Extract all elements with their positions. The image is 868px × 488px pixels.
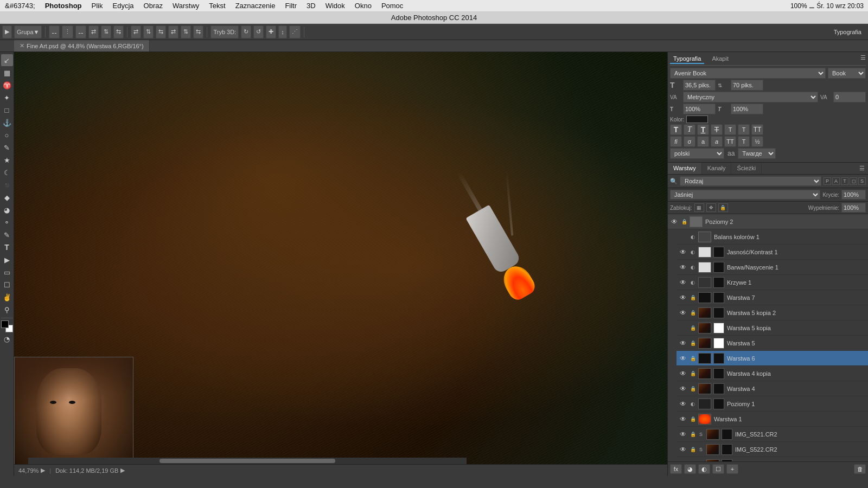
layer-visibility-toggle[interactable]: 👁 bbox=[679, 354, 687, 363]
fmt-T4[interactable]: T bbox=[711, 124, 723, 135]
layer-visibility-toggle[interactable]: 👁 bbox=[679, 263, 687, 272]
fmt-T1[interactable]: T bbox=[670, 124, 682, 135]
3d-scale[interactable]: ⋰ bbox=[289, 25, 301, 38]
menu-obraz[interactable]: Obraz bbox=[139, 0, 168, 11]
layer-item[interactable]: 👁 🔒 Warstwa 1 bbox=[676, 412, 868, 427]
tool-move[interactable]: ↙ bbox=[1, 54, 13, 66]
font-style-select[interactable]: Book bbox=[828, 68, 866, 79]
tool-wand[interactable]: ✦ bbox=[1, 92, 13, 104]
lock-all-btn[interactable]: 🔒 bbox=[718, 203, 728, 212]
menu-plik[interactable]: Plik bbox=[87, 0, 108, 11]
layer-item[interactable]: 👁 ◐ Krzywe 1 bbox=[676, 275, 868, 290]
tool-heal[interactable]: ○ bbox=[1, 129, 13, 141]
layer-mask-button[interactable]: ◕ bbox=[684, 464, 696, 474]
tool-blur[interactable]: ◕ bbox=[1, 204, 13, 216]
layer-item[interactable]: 👁 🔒 Warstwa 4 kopia bbox=[676, 366, 868, 381]
distribute-top[interactable]: ⇄ bbox=[168, 25, 178, 38]
leading-input[interactable] bbox=[731, 80, 763, 91]
layer-item[interactable]: 👁 🔒 Warstwa 5 kopia 2 bbox=[676, 305, 868, 320]
tool-quick-mask[interactable]: ◔ bbox=[1, 333, 13, 345]
layer-item[interactable]: 👁 🔒 S IMG_S521.CR2 bbox=[676, 427, 868, 442]
align-right[interactable]: ⚋ bbox=[75, 25, 86, 38]
layer-item[interactable]: 👁 🔒 Warstwa 4 bbox=[676, 381, 868, 396]
layer-item[interactable]: 👁 ◐ Jasność/Kontrast 1 bbox=[676, 245, 868, 260]
fmt-sigma[interactable]: σ bbox=[684, 136, 695, 147]
language-select[interactable]: polski bbox=[670, 148, 724, 159]
fmt-T7[interactable]: TT bbox=[751, 124, 763, 135]
align-center-v[interactable]: ⋮ bbox=[62, 25, 73, 38]
distribute-center-v[interactable]: ⇅ bbox=[143, 25, 154, 38]
tool-stamp[interactable]: ★ bbox=[1, 154, 13, 166]
scale-v-input[interactable] bbox=[731, 104, 763, 114]
layers-panel-menu[interactable]: ☰ bbox=[856, 163, 868, 174]
layer-visibility-toggle[interactable]: 👁 bbox=[679, 278, 687, 287]
menu-edycja[interactable]: Edycja bbox=[108, 0, 139, 11]
fmt-T6[interactable]: T bbox=[738, 124, 750, 135]
layer-item[interactable]: 👁 🔒 Warstwa 5 bbox=[676, 336, 868, 351]
tab-kanaly[interactable]: Kanały bbox=[702, 163, 732, 174]
3d-orbit[interactable]: ↻ bbox=[241, 25, 251, 38]
tool-shape[interactable]: ▭ bbox=[1, 266, 13, 278]
menu-widok[interactable]: Widok bbox=[321, 0, 350, 11]
layer-visibility-toggle[interactable]: 👁 bbox=[679, 445, 687, 454]
layer-visibility-toggle[interactable]: 👁 bbox=[679, 430, 687, 439]
status-icon[interactable]: ▶ bbox=[41, 467, 45, 474]
antialiasing-select[interactable]: Twarде bbox=[738, 148, 776, 159]
layer-new-button[interactable]: + bbox=[726, 464, 738, 474]
menu-pomoc[interactable]: Pomoc bbox=[376, 0, 408, 11]
layer-visibility-toggle[interactable]: 👁 bbox=[679, 324, 687, 332]
fmt-fi[interactable]: fi bbox=[670, 136, 682, 147]
distribute-bottom[interactable]: ⇆ bbox=[193, 25, 203, 38]
filter-shape[interactable]: ◻ bbox=[850, 177, 857, 185]
tool-hand[interactable]: ✌ bbox=[1, 291, 13, 303]
align-top[interactable]: ⇄ bbox=[88, 25, 99, 38]
layer-item[interactable]: 👁 🔒 Poziomy 2 bbox=[668, 214, 868, 229]
filter-adj[interactable]: A bbox=[832, 177, 840, 185]
layer-visibility-toggle[interactable]: 👁 bbox=[679, 339, 687, 348]
distribute-center-h[interactable]: ⇅ bbox=[181, 25, 191, 38]
color-swatch[interactable] bbox=[686, 115, 708, 123]
fmt-a1[interactable]: a bbox=[697, 136, 709, 147]
tool-colors[interactable] bbox=[1, 320, 13, 332]
kerning-input[interactable] bbox=[833, 92, 866, 102]
layer-item[interactable]: 👁 🔒 Warstwa 5 kopia bbox=[676, 320, 868, 336]
apple-menu[interactable]: &#63743; bbox=[0, 0, 40, 11]
lock-position-btn[interactable]: ✥ bbox=[706, 203, 716, 212]
tool-eraser[interactable]: ◾ bbox=[1, 179, 13, 191]
blend-mode-select[interactable]: Jaśniej bbox=[670, 190, 820, 200]
fmt-a2[interactable]: a bbox=[711, 136, 723, 147]
menu-filtr[interactable]: Filtr bbox=[280, 0, 302, 11]
layer-visibility-toggle[interactable]: 👁 bbox=[679, 309, 687, 317]
tool-type[interactable]: T bbox=[1, 241, 13, 253]
tool-history-brush[interactable]: ☾ bbox=[1, 166, 13, 178]
align-left[interactable]: ⚋ bbox=[49, 25, 60, 38]
lock-pixels-btn[interactable]: ▦ bbox=[694, 203, 704, 212]
tool-options-group[interactable]: Grupa ▼ bbox=[14, 25, 42, 38]
3d-pan[interactable]: ✚ bbox=[266, 25, 276, 38]
tab-close[interactable]: ✕ bbox=[20, 42, 24, 49]
layer-delete-button[interactable]: 🗑 bbox=[854, 464, 866, 474]
layer-fx-button[interactable]: fx bbox=[670, 464, 682, 474]
tool-path-select[interactable]: ▶ bbox=[1, 254, 13, 266]
fmt-TT2[interactable]: TT bbox=[724, 136, 736, 147]
distribute-left[interactable]: ⇄ bbox=[131, 25, 141, 38]
align-bottom[interactable]: ⇆ bbox=[113, 25, 124, 38]
layer-item[interactable]: ◐ Balans kolorów 1 bbox=[676, 229, 868, 245]
tool-3d[interactable]: ☐ bbox=[1, 279, 13, 291]
distribute-right[interactable]: ⇆ bbox=[156, 25, 166, 38]
layer-visibility-toggle[interactable] bbox=[679, 233, 687, 241]
document-tab[interactable]: ✕ Fine Art.psd @ 44,8% (Warstwa 6,RGB/16… bbox=[14, 40, 150, 52]
h-scroll-thumb[interactable] bbox=[159, 459, 335, 463]
kind-select[interactable]: Rodzaj bbox=[680, 176, 821, 186]
layer-adj-button[interactable]: ◐ bbox=[698, 464, 710, 474]
layer-visibility-toggle[interactable]: 👁 bbox=[679, 415, 687, 423]
fill-input[interactable] bbox=[841, 203, 866, 213]
3d-slide[interactable]: ↕ bbox=[278, 25, 287, 38]
h-scrollbar[interactable] bbox=[28, 458, 467, 464]
tool-lasso[interactable]: ♈ bbox=[1, 79, 13, 91]
tool-select-rect[interactable]: ▦ bbox=[1, 67, 13, 79]
layer-visibility-toggle[interactable]: 👁 bbox=[679, 369, 687, 378]
fmt-T2[interactable]: T bbox=[684, 124, 695, 135]
layer-item[interactable]: 👁 ◐ Poziomy 1 bbox=[676, 396, 868, 412]
tool-zoom[interactable]: ⚲ bbox=[1, 304, 13, 316]
